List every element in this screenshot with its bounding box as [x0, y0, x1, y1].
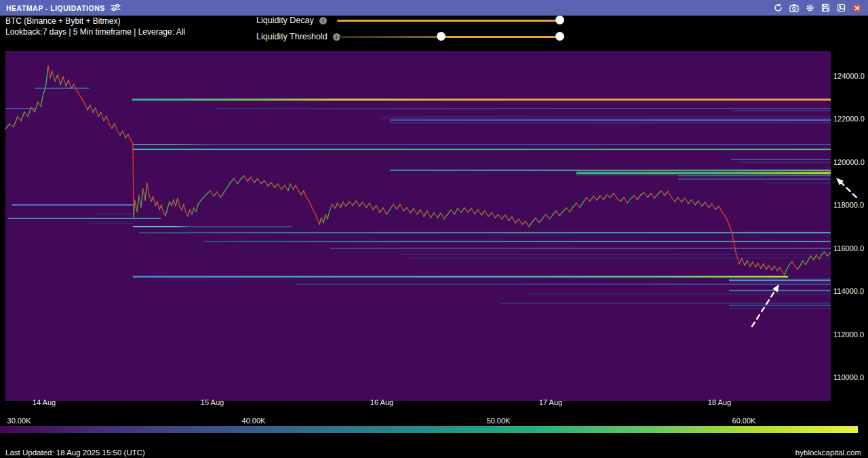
liquidity-level-line — [390, 122, 831, 123]
liquidity-level-line — [8, 218, 161, 219]
colorbar-labels: 30.00K40.00K50.00K60.00K — [0, 417, 868, 425]
liquidity-level-line — [678, 175, 831, 176]
arrow-to-119500-liquidity-band — [836, 178, 856, 197]
colorbar-tick-label: 60.00K — [732, 417, 756, 425]
liquidity-level-line — [576, 170, 831, 176]
liquidation-heatmap-chart[interactable] — [0, 0, 868, 458]
price-tick-label: 110000.0 — [833, 373, 864, 381]
liquidity-level-line — [132, 149, 831, 150]
site-credit-label: hyblockcapital.com — [795, 449, 861, 457]
liquidity-level-line — [729, 290, 831, 291]
colorbar-tick-label: 40.00K — [242, 417, 266, 425]
date-tick-label: 15 Aug — [201, 398, 224, 406]
liquidity-level-line — [380, 116, 831, 120]
heatmap-background — [5, 51, 831, 401]
liquidity-level-line — [729, 308, 831, 309]
price-tick-label: 120000.0 — [833, 158, 865, 166]
liquidity-level-line — [738, 162, 831, 163]
liquidity-level-line — [400, 254, 831, 254]
liquidity-level-line — [133, 276, 788, 278]
colorbar-gradient — [0, 426, 858, 433]
price-tick-label: 124000.0 — [833, 72, 865, 80]
liquidity-level-line — [732, 111, 831, 111]
colorbar-tick-label: 30.00K — [7, 417, 31, 425]
date-tick-label: 16 Aug — [370, 398, 393, 406]
liquidity-level-line — [731, 159, 831, 160]
price-tick-label: 122000.0 — [833, 115, 865, 123]
date-tick-label: 14 Aug — [33, 398, 56, 406]
liquidity-level-line — [527, 293, 831, 294]
liquidity-level-line — [133, 226, 292, 227]
price-tick-label: 118000.0 — [833, 201, 864, 209]
liquidity-level-line — [132, 144, 831, 145]
liquidity-level-line — [330, 248, 831, 249]
liquidity-level-line — [89, 223, 133, 223]
liquidity-level-line — [729, 278, 831, 283]
last-updated-label: Last Updated: 18 Aug 2025 15:50 (UTC) — [5, 449, 145, 457]
time-axis: 14 Aug15 Aug16 Aug17 Aug18 Aug — [0, 398, 868, 408]
liquidity-level-line — [407, 258, 831, 259]
date-tick-label: 17 Aug — [539, 398, 562, 406]
liquidity-level-line — [678, 178, 831, 180]
liquidity-level-line — [97, 214, 133, 214]
date-tick-label: 18 Aug — [708, 398, 731, 406]
liquidity-level-line — [729, 305, 831, 306]
price-tick-label: 114000.0 — [833, 287, 864, 295]
price-tick-label: 112000.0 — [833, 330, 864, 339]
liquidity-level-line — [500, 303, 831, 304]
liquidity-level-line — [12, 204, 133, 206]
liquidity-level-line — [132, 98, 831, 100]
liquidity-level-line — [35, 88, 89, 89]
liquidity-level-line — [139, 232, 831, 233]
liquidity-level-line — [217, 108, 831, 109]
colorbar-tick-label: 50.00K — [487, 417, 511, 425]
liquidity-level-line — [203, 241, 831, 242]
liquidity-level-line — [766, 183, 831, 183]
price-tick-label: 116000.0 — [833, 244, 864, 252]
liquidity-level-line — [296, 284, 831, 285]
